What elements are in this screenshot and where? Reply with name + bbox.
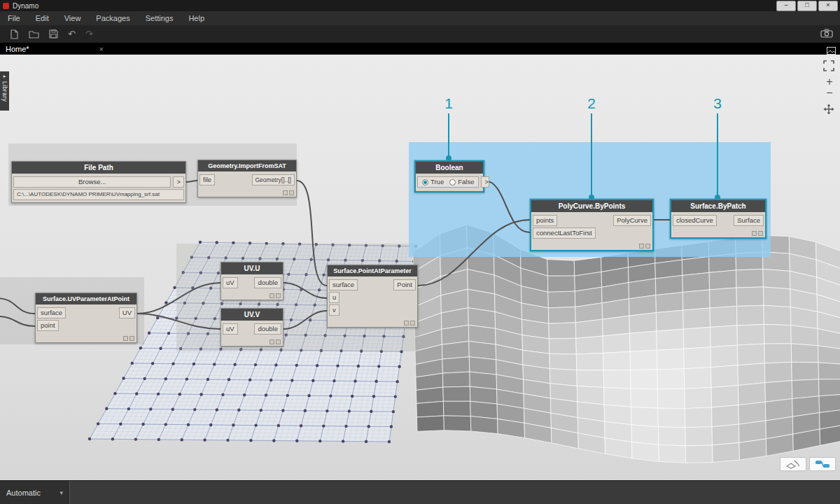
- node-title[interactable]: File Path: [12, 162, 186, 174]
- zoom-out-button[interactable]: −: [824, 88, 835, 98]
- file-path-value: C:\...\AUTODESK\DYNAMO PRIMER\UVmapping_…: [13, 189, 184, 200]
- chevron-down-icon: ▾: [59, 489, 63, 496]
- canvas[interactable]: File Path Browse... > C:\...\AUTODESK\DY…: [0, 55, 840, 480]
- node-title[interactable]: UV.U: [221, 262, 283, 274]
- tab-home-label: Home*: [6, 45, 29, 53]
- output-port[interactable]: Point: [393, 279, 416, 290]
- close-tab-icon[interactable]: ×: [99, 45, 104, 53]
- zoom-fit-button[interactable]: [823, 60, 834, 74]
- radio-false[interactable]: False: [449, 178, 474, 186]
- output-port[interactable]: >: [173, 176, 184, 188]
- window-title: Dynamo: [13, 2, 38, 10]
- input-port[interactable]: points: [533, 215, 557, 226]
- callout-1-dot: [446, 155, 451, 161]
- library-tab[interactable]: ▸ Library: [0, 71, 9, 111]
- callout-2: 2: [585, 95, 598, 112]
- close-button[interactable]: ×: [818, 1, 838, 11]
- callout-1-line: [448, 113, 449, 158]
- redo-icon[interactable]: ↷: [85, 29, 93, 39]
- library-arrow-icon: ▸: [4, 74, 6, 79]
- callout-3: 3: [711, 95, 724, 112]
- callout-1: 1: [442, 95, 455, 112]
- node-title[interactable]: PolyCurve.ByPoints: [531, 200, 652, 212]
- statusbar: Automatic ▾: [0, 480, 840, 504]
- node-import-from-sat[interactable]: Geometry.ImportFromSAT file Geometry[]..…: [197, 160, 297, 197]
- output-port[interactable]: double: [254, 323, 281, 335]
- input-port[interactable]: file: [200, 174, 215, 186]
- output-port[interactable]: Surface: [734, 215, 764, 226]
- callout-2-dot: [589, 195, 594, 200]
- new-file-icon[interactable]: [10, 29, 19, 39]
- graph-view-icon: [815, 459, 830, 469]
- library-label: Library: [1, 81, 8, 102]
- callout-3-line: [717, 113, 718, 197]
- output-port[interactable]: UV: [119, 307, 135, 318]
- callout-2-line: [591, 113, 592, 197]
- node-title[interactable]: Surface.PointAtParameter: [328, 265, 417, 276]
- save-icon[interactable]: [49, 29, 58, 38]
- node-uv-u[interactable]: UV.U uV double: [220, 262, 284, 300]
- radio-true[interactable]: True: [422, 178, 444, 186]
- node-file-path[interactable]: File Path Browse... > C:\...\AUTODESK\DY…: [11, 161, 186, 203]
- input-port[interactable]: surface: [329, 279, 358, 290]
- menu-view[interactable]: View: [57, 11, 89, 25]
- node-surface-bypatch[interactable]: Surface.ByPatch closedCurve Surface: [670, 199, 766, 239]
- menu-settings[interactable]: Settings: [138, 11, 181, 25]
- output-port[interactable]: PolyCurve: [613, 215, 651, 226]
- undo-icon[interactable]: ↶: [68, 29, 76, 39]
- geometry-view-button[interactable]: [780, 457, 806, 471]
- geometry-view-icon: [785, 459, 801, 469]
- dynamo-window: Dynamo – □ × File Edit View Packages Set…: [0, 0, 840, 504]
- input-port[interactable]: uV: [223, 277, 238, 288]
- node-title[interactable]: Surface.ByPatch: [671, 200, 765, 212]
- output-port[interactable]: >: [481, 176, 489, 188]
- output-port[interactable]: double: [254, 277, 281, 288]
- zoom-in-button[interactable]: +: [824, 77, 835, 87]
- input-port[interactable]: v: [329, 304, 340, 316]
- input-port[interactable]: point: [37, 320, 59, 331]
- tab-home[interactable]: Home* ×: [0, 43, 109, 55]
- menubar: File Edit View Packages Settings Help: [0, 11, 840, 25]
- browse-button[interactable]: Browse...: [13, 176, 171, 188]
- run-mode-dropdown[interactable]: Automatic ▾: [0, 481, 70, 504]
- lacing-icon[interactable]: [404, 321, 415, 326]
- lacing-icon[interactable]: [752, 231, 763, 236]
- lacing-icon[interactable]: [283, 190, 294, 195]
- export-image-icon[interactable]: [820, 28, 833, 41]
- node-title[interactable]: UV.V: [221, 309, 283, 321]
- open-file-icon[interactable]: [29, 29, 39, 38]
- preview-geometry: [0, 55, 840, 480]
- lacing-icon[interactable]: [270, 293, 281, 298]
- lacing-icon[interactable]: [270, 340, 281, 344]
- menu-help[interactable]: Help: [181, 11, 212, 25]
- dynamo-logo-icon: [3, 3, 9, 9]
- minimize-button[interactable]: –: [776, 1, 796, 11]
- lacing-icon[interactable]: [639, 244, 650, 248]
- input-port[interactable]: uV: [223, 323, 238, 335]
- node-polycurve-bypoints[interactable]: PolyCurve.ByPoints points PolyCurve conn…: [530, 199, 654, 251]
- input-port[interactable]: u: [329, 292, 340, 303]
- node-point-at-parameter[interactable]: Surface.PointAtParameter surface Point u…: [327, 265, 418, 328]
- node-uv-parameter-at-point[interactable]: Surface.UVParameterAtPoint surface UV po…: [35, 293, 137, 343]
- node-title[interactable]: Geometry.ImportFromSAT: [198, 160, 296, 172]
- toolbar: ↶ ↷: [0, 25, 840, 43]
- input-port[interactable]: closedCurve: [673, 215, 717, 226]
- input-port[interactable]: surface: [37, 307, 66, 318]
- pan-button[interactable]: [823, 104, 834, 118]
- boolean-options: True False: [417, 176, 479, 188]
- graph-view-button[interactable]: [809, 457, 836, 471]
- menu-edit[interactable]: Edit: [28, 11, 57, 25]
- output-port[interactable]: Geometry[]..[]: [252, 174, 295, 186]
- node-title[interactable]: Surface.UVParameterAtPoint: [36, 293, 136, 304]
- node-uv-v[interactable]: UV.V uV double: [220, 308, 284, 346]
- menu-file[interactable]: File: [0, 11, 28, 25]
- titlebar[interactable]: Dynamo – □ ×: [0, 0, 840, 11]
- lacing-icon[interactable]: [123, 336, 134, 341]
- run-mode-value: Automatic: [6, 489, 41, 497]
- maximize-button[interactable]: □: [797, 1, 817, 11]
- node-title[interactable]: Boolean: [416, 162, 483, 174]
- input-port[interactable]: connectLastToFirst: [533, 227, 596, 239]
- node-boolean[interactable]: Boolean True False >: [414, 160, 484, 192]
- menu-packages[interactable]: Packages: [88, 11, 137, 25]
- tabbar: Home* ×: [0, 43, 840, 55]
